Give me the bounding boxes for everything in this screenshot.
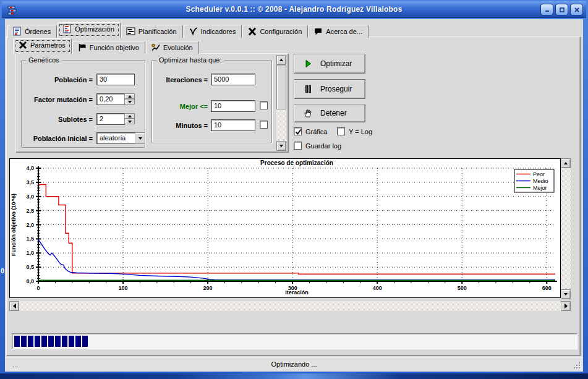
optimizar-hasta-group: Optimizar hasta que: Iteraciones = 5000 … [151,60,272,143]
tab-label: Indicadores [201,28,236,35]
close-icon [574,7,580,13]
sublotes-input[interactable]: 2 [96,113,125,125]
parameters-scrollbar[interactable] [276,55,286,151]
tab-label: Órdenes [25,28,51,35]
chart-vertical-scrollbar[interactable] [561,158,571,299]
svg-text:1,5: 1,5 [26,236,34,242]
minutos-checkbox[interactable] [260,121,268,129]
chart-canvas: 01002003004005006000,00,51,01,52,02,53,0… [10,159,560,297]
svg-text:200: 200 [203,285,213,291]
svg-text:2,5: 2,5 [26,208,34,214]
svg-text:0,5: 0,5 [26,264,34,270]
factor-spin-up[interactable] [124,93,135,99]
pause-icon [303,84,313,94]
mejor-label: Mejor <= [152,103,208,110]
svg-text:4,0: 4,0 [26,165,34,171]
subtab-evolucion[interactable]: Evolución [146,41,199,54]
svg-text:100: 100 [119,285,128,291]
geneticos-title: Genéticos [26,56,62,64]
factor-mutacion-label: Factor mutación = [22,96,93,103]
optimizar-button-label: Optimizar [320,59,352,68]
svg-text:Medio: Medio [533,178,548,184]
titlebar[interactable]: Scheduler v.0.0.1 :: © 2008 - Alejandro … [2,1,586,18]
maximize-icon [559,7,565,13]
arrow-left-icon [13,304,16,309]
desktop-background [0,373,588,379]
detener-button-label: Detener [320,109,347,117]
arrow-right-icon [565,304,568,309]
scrollbar-thumb[interactable] [276,65,286,109]
scroll-down-button[interactable] [276,141,286,151]
poblacion-label: Población = [22,76,93,83]
svg-text:600: 600 [542,285,552,291]
check-icon [294,128,302,136]
subtab-parametros[interactable]: Parámetros [13,38,72,54]
spin-down-icon [128,121,132,123]
scroll-right-button[interactable] [561,301,571,311]
status-bar: ... Optimizando ... [5,357,583,372]
iteraciones-label: Iteraciones = [152,76,208,83]
geneticos-group: Genéticos Población = 30 Factor mutación… [21,60,145,148]
tab-label: Acerca de... [326,28,362,35]
svg-text:Proceso de optimización: Proceso de optimización [260,160,333,166]
tab-label: Planificación [138,28,177,35]
app-icon [6,4,19,16]
poblacion-inicial-dropdown-button[interactable] [135,132,145,144]
spin-up-icon [128,115,132,117]
optimizar-button[interactable]: Optimizar [294,54,365,74]
window-title: Scheduler v.0.0.1 :: © 2008 - Alejandro … [2,5,586,14]
tab-indicadores[interactable]: Indicadores [184,25,242,38]
svg-text:Mejor: Mejor [533,185,547,191]
progress-bar [12,333,577,349]
guardar-log-checkbox[interactable] [294,142,302,150]
scroll-up-button[interactable] [561,158,571,168]
scroll-left-button[interactable] [9,301,19,311]
scroll-up-button[interactable] [276,55,286,65]
optimization-tab-page: Parámetros Función objetivo Evolución [6,36,581,356]
status-center-text: Optimizando ... [5,360,583,368]
hand-icon [303,108,313,118]
chart-horizontal-scrollbar[interactable] [9,301,571,311]
mejor-input[interactable]: 10 [211,100,255,112]
optimization-icon [62,24,72,34]
arrow-down-icon [564,293,568,296]
sublotes-spin-up[interactable] [124,113,135,119]
poblacion-input[interactable]: 30 [96,74,135,85]
subtab-funcion-objetivo[interactable]: Función objetivo [72,41,145,54]
factor-spin-down[interactable] [124,99,135,104]
tab-optimizacion[interactable]: Optimización [58,22,121,38]
tab-planificacion[interactable]: Planificación [121,25,183,38]
grafica-checkbox[interactable] [294,127,302,135]
detener-button[interactable]: Detener [294,104,365,122]
scrollbar-track[interactable] [276,109,286,141]
svg-text:500: 500 [458,285,467,291]
maximize-button[interactable] [555,4,568,15]
poblacion-inicial-select[interactable]: aleatoria [96,132,135,144]
tab-acerca-de[interactable]: Acerca de... [309,25,369,38]
svg-text:Peor: Peor [533,171,545,177]
sublotes-spin-down[interactable] [124,119,135,124]
minimize-button[interactable] [540,4,553,15]
minimize-icon [544,7,550,13]
scrollbar-track[interactable] [561,168,571,289]
factor-mutacion-input[interactable]: 0,20 [96,93,125,105]
ylog-checkbox[interactable] [337,127,345,135]
scrollbar-track[interactable] [19,301,561,311]
tab-ordenes[interactable]: Órdenes [7,25,57,38]
iteraciones-input[interactable]: 5000 [211,74,255,85]
indicators-icon [189,27,198,36]
configuration-icon [247,27,257,36]
optimizar-hasta-title: Optimizar hasta que: [156,56,224,64]
tab-configuracion[interactable]: Configuración [242,25,308,38]
svg-text:3,0: 3,0 [26,194,34,200]
scroll-down-button[interactable] [561,289,571,299]
svg-text:0: 0 [36,285,40,291]
close-button[interactable] [570,4,583,15]
mejor-checkbox[interactable] [260,101,268,109]
resize-grip-icon[interactable] [574,362,581,370]
tab-label: Optimización [75,25,114,33]
window-content: Órdenes Optimización [5,19,583,372]
proseguir-button[interactable]: Proseguir [294,79,365,99]
minutos-input[interactable]: 10 [211,119,255,131]
poblacion-inicial-label: Población inicial = [22,135,93,142]
